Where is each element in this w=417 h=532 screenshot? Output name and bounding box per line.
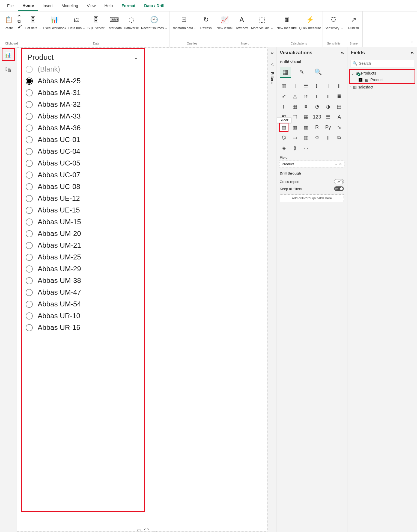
slicer-item[interactable]: Abbas MA-31 (26, 87, 140, 99)
copy-icon[interactable]: ⧉ (17, 19, 22, 24)
menu-tab-format[interactable]: Format (117, 1, 140, 11)
expand-icon[interactable]: ⌄ (351, 71, 354, 75)
model-view-button[interactable]: 唱 (2, 63, 15, 76)
viz-type-icon[interactable]: ▦ (290, 123, 300, 132)
enter-data-button[interactable]: ⌨Enter data (106, 13, 123, 31)
refresh-button[interactable]: ↻Refresh (198, 13, 214, 31)
slicer-item[interactable]: Abbas UC-07 (26, 169, 140, 181)
viz-type-icon[interactable]: R (312, 123, 322, 132)
more-icon[interactable]: ⋯ (152, 528, 157, 531)
radio-icon[interactable] (26, 301, 33, 308)
slicer-item[interactable]: Abbas UM-15 (26, 216, 140, 228)
viz-type-icon[interactable]: 123 (312, 112, 322, 122)
slicer-item[interactable]: Abbas UE-12 (26, 193, 140, 204)
viz-type-icon[interactable]: ⫿ (323, 133, 333, 142)
slicer-item[interactable]: (Blank) (26, 63, 140, 75)
fields-table-salesfact[interactable]: ›▦salesfact (349, 84, 415, 90)
quick-measure-button[interactable]: ⚡Quick measure (298, 13, 322, 31)
slicer-item[interactable]: Abbas UM-38 (26, 275, 140, 286)
menu-tab-insert[interactable]: Insert (38, 1, 57, 11)
radio-icon[interactable] (26, 125, 33, 132)
viz-type-icon[interactable]: ⫼ (290, 81, 300, 90)
slicer-item[interactable]: Abbas UR-16 (26, 322, 140, 333)
slicer-item[interactable]: Abbas UE-15 (26, 204, 140, 216)
slicer-item[interactable]: Abbas UM-20 (26, 228, 140, 240)
cut-icon[interactable]: ✂ (17, 13, 22, 18)
viz-type-icon[interactable]: ▥ (301, 133, 311, 142)
remove-field-icon[interactable]: ✕ (339, 162, 342, 166)
viz-type-icon[interactable]: ▥ (279, 81, 288, 90)
chevron-down-icon[interactable]: ⌄ (134, 54, 138, 61)
viz-type-icon[interactable]: ≋ (301, 91, 311, 101)
radio-icon[interactable] (26, 113, 33, 120)
radio-icon[interactable] (26, 312, 33, 320)
fields-search[interactable]: 🔍 Search (350, 60, 414, 67)
excel-workbook-button[interactable]: 📊Excel workbook (42, 13, 67, 31)
viz-type-icon[interactable]: ⫿ (312, 81, 322, 90)
transform-data-button[interactable]: ⊞Transform data ⌄ (170, 13, 198, 31)
slicer-item[interactable]: Abbas UM-47 (26, 286, 140, 298)
more-visuals-button[interactable]: ⬚More visuals ⌄ (250, 13, 274, 31)
slicer-item[interactable]: Abbas UC-04 (26, 146, 140, 157)
radio-icon[interactable] (26, 230, 33, 237)
viz-type-icon[interactable]: ◬ (290, 91, 300, 101)
viz-type-icon[interactable]: ⫼ (323, 81, 333, 90)
report-canvas[interactable]: Product ⌄ (Blank)Abbas MA-25Abbas MA-31A… (17, 48, 267, 531)
menu-tab-file[interactable]: File (3, 1, 18, 11)
filters-icon[interactable]: ◁ (271, 61, 274, 67)
radio-icon[interactable] (26, 148, 33, 155)
slicer-item[interactable]: Abbas MA-36 (26, 122, 140, 134)
viz-type-icon[interactable]: ≣ (335, 91, 344, 101)
collapse-icon[interactable]: » (341, 50, 344, 56)
chevron-down-icon[interactable]: ⌄ (334, 162, 337, 166)
slicer-header[interactable]: Product ⌄ (22, 49, 144, 63)
viz-type-icon[interactable]: ◑ (323, 102, 333, 111)
filter-icon[interactable]: ▽ (137, 528, 141, 531)
dataverse-button[interactable]: ◌Dataverse (123, 13, 140, 31)
viz-type-icon[interactable]: ◈ (279, 143, 288, 153)
radio-icon[interactable] (26, 254, 33, 261)
publish-button[interactable]: ↗Publish (345, 13, 362, 31)
get-data-button[interactable]: 🗄Get data ⌄ (24, 13, 42, 31)
text-box-button[interactable]: AText box (234, 13, 250, 31)
radio-icon[interactable] (26, 265, 33, 273)
viz-type-icon[interactable]: ≡ (301, 102, 311, 111)
format-visual-mode[interactable]: ✎ (296, 67, 307, 78)
slicer-item[interactable]: Abbas UM-25 (26, 251, 140, 263)
radio-icon[interactable] (26, 218, 33, 226)
format-painter-icon[interactable]: 🖌 (17, 24, 22, 29)
sql-server-button[interactable]: 🗄SQL Server (86, 13, 105, 31)
fields-table-products[interactable]: ⌄▦✔Products (350, 70, 415, 76)
viz-type-icon[interactable]: ⧉ (335, 133, 344, 142)
slicer-item[interactable]: Abbas UM-29 (26, 263, 140, 275)
keep-filters-toggle[interactable]: On (334, 186, 344, 191)
collapse-ribbon-icon[interactable]: ⌃ (407, 39, 417, 47)
viz-type-icon[interactable]: ▤ (279, 123, 288, 132)
slicer-item[interactable]: Abbas UM-21 (26, 240, 140, 251)
viz-type-icon[interactable]: ☰ (323, 112, 333, 122)
viz-type-icon[interactable]: ▦ (301, 112, 311, 122)
slicer-item[interactable]: Abbas UR-10 (26, 310, 140, 322)
viz-type-icon[interactable]: ⤡ (335, 123, 344, 132)
drill-drop-area[interactable]: Add drill-through fields here (280, 194, 344, 202)
focus-icon[interactable]: ⛶ (144, 528, 149, 531)
radio-icon[interactable] (26, 289, 33, 296)
slicer-body[interactable]: (Blank)Abbas MA-25Abbas MA-31Abbas MA-32… (22, 63, 144, 511)
slicer-item[interactable]: Abbas UM-54 (26, 298, 140, 310)
viz-type-icon[interactable]: ▤ (335, 102, 344, 111)
expand-left-icon[interactable]: « (271, 50, 274, 56)
radio-icon[interactable] (26, 101, 33, 108)
slicer-item[interactable]: Abbas MA-32 (26, 99, 140, 110)
viz-type-icon[interactable]: ☰ (301, 81, 311, 90)
viz-type-icon[interactable]: ⌬ (279, 133, 288, 142)
paste-button[interactable]: 📋Paste (1, 13, 17, 31)
viz-type-icon[interactable]: ♔ (312, 133, 322, 142)
slicer-item[interactable]: Abbas MA-33 (26, 110, 140, 122)
new-visual-button[interactable]: 📈New visual (216, 13, 234, 31)
viz-type-icon[interactable]: ⟫ (290, 143, 300, 153)
viz-type-icon[interactable]: ⤢ (279, 91, 288, 101)
viz-type-icon[interactable]: A͟ (335, 112, 344, 122)
viz-type-icon[interactable]: ⫿ (335, 81, 344, 90)
fields-field-product[interactable]: ✔▦Product (350, 76, 415, 83)
menu-tab-modeling[interactable]: Modeling (57, 1, 82, 11)
